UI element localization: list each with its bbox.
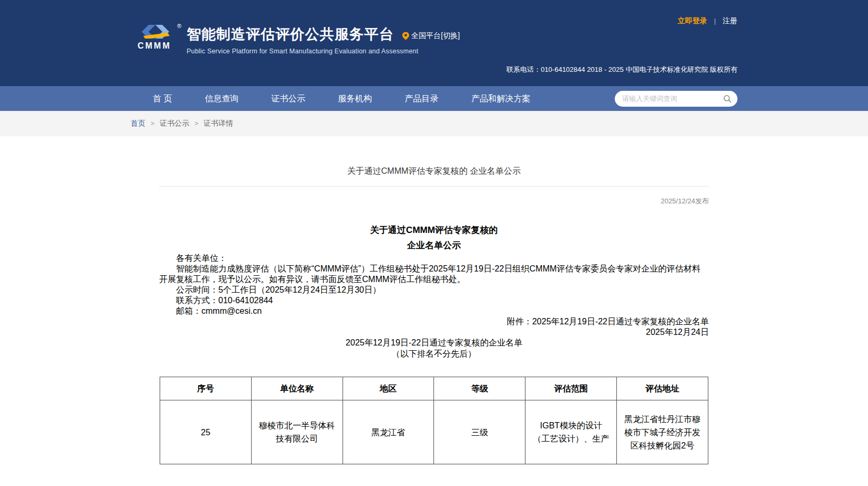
- registered-trademark-mark: ®: [177, 23, 181, 29]
- main-nav: 首 页 信息查询 证书公示 服务机构 产品目录 产品和解决方案: [0, 86, 868, 111]
- header-contact-line: 联系电话：010-64102844 2018 - 2025 中国电子技术标准化研…: [506, 65, 737, 74]
- auth-separator: |: [714, 17, 716, 25]
- cell-company: 穆棱市北一半导体科技有限公司: [251, 400, 343, 464]
- register-link[interactable]: 注册: [723, 16, 737, 25]
- cmmm-logo[interactable]: ® CMMM: [131, 25, 178, 51]
- auth-links: 立即登录 | 注册: [678, 16, 737, 26]
- nav-item-products-solutions[interactable]: 产品和解决方案: [471, 86, 530, 111]
- title-divider: [159, 186, 709, 186]
- search-box: [615, 91, 737, 107]
- table-row: 25 穆棱市北一半导体科技有限公司 黑龙江省 三级 IGBT模块的设计（工艺设计…: [160, 400, 708, 464]
- column-header-no: 序号: [160, 377, 252, 400]
- site-header: 立即登录 | 注册 ® CMMM 智能制造评估评价公共服务平台: [0, 0, 868, 86]
- platform-switch-label: 全国平台[切换]: [411, 31, 460, 41]
- column-header-region: 地区: [343, 377, 434, 400]
- document-heading-line2: 企业名单公示: [159, 238, 709, 253]
- publish-date: 2025/12/24发布: [159, 197, 709, 205]
- breadcrumb-bar: 首页 > 证书公示 > 证书详情: [0, 111, 868, 136]
- column-header-company: 单位名称: [251, 377, 343, 400]
- cell-level: 三级: [434, 400, 525, 464]
- cmmm-logo-icon: [137, 25, 172, 39]
- breadcrumb-home[interactable]: 首页: [131, 119, 145, 128]
- login-link[interactable]: 立即登录: [678, 16, 707, 25]
- column-header-scope: 评估范围: [525, 377, 617, 400]
- breadcrumb: 首页 > 证书公示 > 证书详情: [131, 111, 737, 136]
- cell-scope: IGBT模块的设计（工艺设计）、生产: [525, 400, 617, 464]
- search-icon[interactable]: [723, 95, 732, 103]
- breadcrumb-separator: >: [195, 120, 198, 127]
- site-title: 智能制造评估评价公共服务平台: [187, 26, 394, 43]
- certified-companies-table: 序号 单位名称 地区 等级 评估范围 评估地址 25 穆棱市北一半导体科技有限公…: [160, 377, 708, 464]
- site-subtitle: Public Service Platform for Smart Manufa…: [187, 48, 460, 55]
- platform-switch[interactable]: 全国平台[切换]: [402, 31, 460, 41]
- publicity-period: 公示时间：5个工作日（2025年12月24日至12月30日）: [159, 285, 709, 295]
- breadcrumb-separator: >: [151, 120, 154, 127]
- email-info: 邮箱：cmmm@cesi.cn: [159, 306, 709, 316]
- location-pin-icon: [402, 32, 409, 40]
- nav-item-info-query[interactable]: 信息查询: [205, 86, 238, 111]
- column-header-address: 评估地址: [617, 377, 708, 400]
- nav-item-service-agencies[interactable]: 服务机构: [338, 86, 372, 111]
- salutation: 各有关单位：: [159, 253, 709, 264]
- cell-address: 黑龙江省牡丹江市穆棱市下城子经济开发区科技孵化园2号: [617, 400, 708, 464]
- breadcrumb-certificate-publicity[interactable]: 证书公示: [160, 119, 189, 128]
- contact-info: 联系方式：010-64102844: [159, 295, 709, 306]
- list-note: （以下排名不分先后）: [159, 348, 709, 360]
- column-header-level: 等级: [434, 377, 525, 400]
- body-paragraph: 智能制造能力成熟度评估（以下简称“CMMM评估”）工作组秘书处于2025年12月…: [159, 264, 709, 285]
- article-content: 关于通过CMMM评估专家复核的 企业名单公示 2025/12/24发布 关于通过…: [159, 136, 709, 464]
- list-title: 2025年12月19日-22日通过专家复核的企业名单: [159, 338, 709, 348]
- search-input[interactable]: [615, 91, 737, 107]
- breadcrumb-current: 证书详情: [204, 119, 233, 128]
- nav-item-product-catalog[interactable]: 产品目录: [404, 86, 438, 111]
- attachment-line: 附件：2025年12月19日-22日通过专家复核的企业名单: [159, 316, 709, 327]
- document-heading-line1: 关于通过CMMM评估专家复核的: [159, 222, 709, 238]
- table-header-row: 序号 单位名称 地区 等级 评估范围 评估地址: [160, 377, 708, 400]
- cell-region: 黑龙江省: [343, 400, 434, 464]
- cell-no: 25: [160, 400, 252, 464]
- logo-text: CMMM: [131, 41, 178, 51]
- nav-item-home[interactable]: 首 页: [153, 86, 172, 111]
- nav-item-certificate-publicity[interactable]: 证书公示: [271, 86, 305, 111]
- attachment-date: 2025年12月24日: [159, 327, 709, 338]
- document-heading: 关于通过CMMM评估专家复核的 企业名单公示: [159, 222, 709, 253]
- page-title: 关于通过CMMM评估专家复核的 企业名单公示: [159, 166, 709, 176]
- document-body: 各有关单位： 智能制造能力成熟度评估（以下简称“CMMM评估”）工作组秘书处于2…: [159, 253, 709, 360]
